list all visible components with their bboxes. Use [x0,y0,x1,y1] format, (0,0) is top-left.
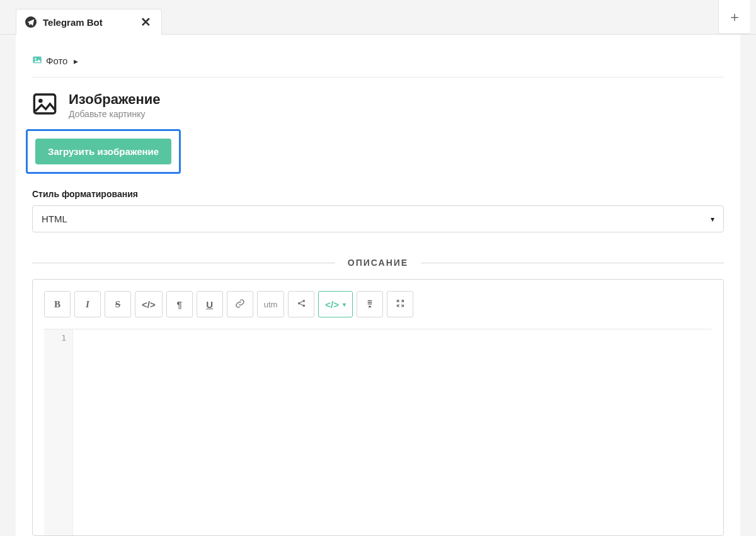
divider-line-right [421,263,724,263]
line-gutter: 1 [44,329,73,535]
svg-point-5 [298,302,301,305]
link-icon [235,299,245,311]
chevron-right-icon: ▸ [74,56,78,66]
image-section-header: Изображение Добавьте картинку [32,91,724,119]
underline-icon: U [206,299,213,310]
underline-button[interactable]: U [197,291,223,317]
image-icon [32,55,42,67]
code-icon: </> [142,299,156,310]
format-value: HTML [42,214,67,224]
paragraph-button[interactable]: ¶ [166,291,193,317]
editor-toolbar: B I S </> ¶ U utm </> [44,291,712,317]
caret-down-icon: ▾ [343,301,346,308]
code-pane[interactable] [73,329,712,535]
svg-point-6 [302,300,305,302]
tab-title: Telegram Bot [43,17,103,28]
divider-line-left [32,263,335,263]
insert-button[interactable] [357,291,383,317]
line-number: 1 [44,333,66,343]
italic-icon: I [86,299,89,310]
fullscreen-button[interactable] [387,291,413,317]
section-subtitle: Добавьте картинку [69,109,161,119]
editor-card: B I S </> ¶ U utm </> [32,279,724,536]
format-select[interactable]: HTML ▾ [32,205,724,232]
code-editor[interactable]: 1 [44,329,712,535]
svg-point-4 [38,99,43,103]
tabs-bar: Telegram Bot ✕ ＋ [0,0,756,35]
upload-highlight-box: Загрузить изображение [26,129,181,174]
insert-icon [365,299,375,311]
svg-point-2 [35,58,37,60]
breadcrumb[interactable]: Фото ▸ [32,47,724,77]
plus-icon: ＋ [728,8,742,26]
fullscreen-icon [396,299,405,310]
format-label: Стиль форматирования [32,189,724,199]
share-button[interactable] [288,291,314,317]
bold-button[interactable]: B [44,291,71,317]
image-large-icon [32,91,57,117]
content-panel: Фото ▸ Изображение Добавьте картинку Заг… [16,35,740,536]
description-divider: ОПИСАНИЕ [32,258,724,268]
tab-telegram-bot[interactable]: Telegram Bot ✕ [16,9,162,35]
add-tab-button[interactable]: ＋ [718,0,750,34]
share-icon [297,299,306,310]
pilcrow-icon: ¶ [177,299,182,310]
italic-button[interactable]: I [74,291,101,317]
upload-image-button[interactable]: Загрузить изображение [35,139,171,164]
strikethrough-button[interactable]: S [105,291,131,317]
link-button[interactable] [227,291,253,317]
bold-icon: B [54,299,60,310]
strikethrough-icon: S [115,299,120,310]
svg-point-7 [302,304,305,307]
caret-down-icon: ▾ [711,215,714,224]
breadcrumb-label: Фото [46,55,67,66]
telegram-icon [25,16,37,28]
section-title: Изображение [69,91,161,108]
code-view-icon: </> [325,299,339,310]
close-icon[interactable]: ✕ [140,16,151,28]
code-view-button[interactable]: </> ▾ [318,291,353,317]
description-heading: ОПИСАНИЕ [348,258,408,268]
utm-button[interactable]: utm [257,291,285,317]
code-button[interactable]: </> [135,291,163,317]
